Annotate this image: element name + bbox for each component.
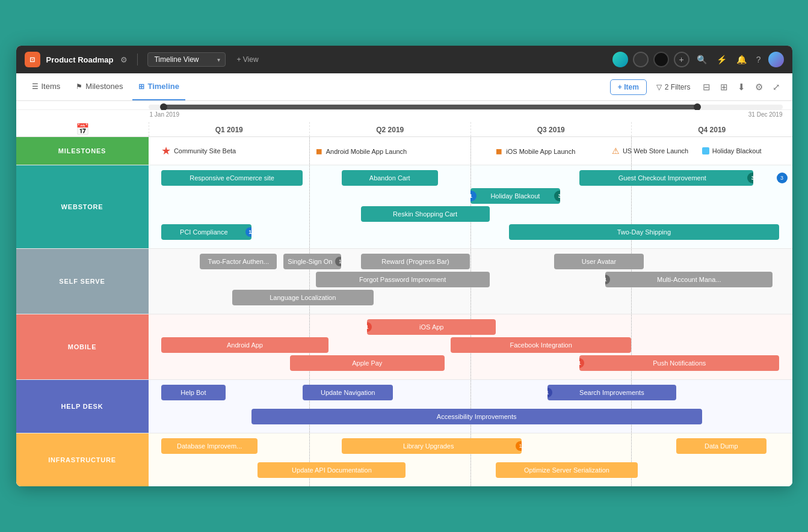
bar-push-notif[interactable]: 1 Push Notifications: [579, 355, 779, 371]
badge-holiday-right: 3: [554, 191, 560, 201]
bar-reskin-cart[interactable]: Reskin Shopping Cart: [361, 206, 490, 222]
avatar-1: [612, 52, 628, 67]
fullscreen-icon[interactable]: ⤢: [770, 79, 783, 95]
bar-data-dump[interactable]: Data Dump: [676, 438, 766, 454]
q3-header: Q3 2019: [470, 122, 632, 136]
avatar-3: [653, 52, 669, 67]
bar-holiday-blackout[interactable]: 1 Holiday Blackout 3: [470, 188, 561, 204]
bar-library-upgrades[interactable]: Library Upgrades 1: [342, 438, 522, 454]
badge-ios-left: 1: [367, 322, 372, 332]
bar-accessibility[interactable]: Accessibility Improvements: [251, 409, 702, 424]
milestone-webstore: ⚠ US Web Store Launch: [612, 146, 688, 156]
scroll-bar-thumb[interactable]: [161, 105, 700, 109]
bar-update-api[interactable]: Update API Documentation: [258, 462, 406, 478]
add-avatar-button[interactable]: +: [674, 52, 689, 67]
webstore-row: WEBSTORE Responsive eCommerce site Aband…: [16, 165, 792, 249]
diamond-icon-1: ◆: [313, 144, 326, 157]
avatar-2: [633, 52, 649, 67]
view-mode-label: Timeline View: [154, 55, 199, 64]
bar-two-day-shipping[interactable]: Two-Day Shipping: [509, 224, 779, 240]
bar-search-imp[interactable]: 1 Search Improvements: [547, 385, 676, 400]
bar-sso[interactable]: Single-Sign On 1: [283, 254, 341, 269]
q4-header: Q4 2019: [631, 122, 792, 136]
badge-guest-checkout: 3: [747, 173, 753, 183]
bar-two-factor[interactable]: Two-Factor Authen...: [200, 254, 277, 269]
webstore-label-text: WEBSTORE: [61, 203, 103, 210]
bar-pci-compliance[interactable]: PCI Compliance 1: [161, 224, 251, 240]
self-serve-label: SELF SERVE: [16, 249, 149, 314]
bar-help-bot[interactable]: Help Bot: [161, 385, 226, 400]
add-item-button[interactable]: + Item: [610, 79, 647, 95]
milestones-label: MILESTONES: [16, 137, 149, 165]
badge-pci: 1: [245, 227, 251, 237]
help-icon[interactable]: ?: [754, 52, 763, 67]
scroll-track-area: [16, 101, 792, 110]
gantt-body: MILESTONES ★ Community Site Beta ◆ Andro…: [16, 137, 792, 486]
items-icon: ☰: [32, 82, 39, 91]
tab-milestones-label: Milestones: [85, 82, 123, 91]
bar-apple-pay[interactable]: Apple Pay: [290, 355, 445, 371]
group-icon[interactable]: ⊟: [700, 79, 713, 95]
mobile-content: 1 iOS App Android App Facebook Integrati…: [149, 314, 792, 379]
scroll-bar-container[interactable]: [149, 105, 783, 109]
date-range-row: 1 Jan 2019 31 Dec 2019: [16, 110, 792, 122]
self-serve-content: Two-Factor Authen... Single-Sign On 1 Re…: [149, 249, 792, 314]
date-end-label: 31 Dec 2019: [748, 111, 783, 118]
bar-android-app[interactable]: Android App: [161, 337, 328, 353]
webstore-label: WEBSTORE: [16, 165, 149, 248]
main-window: ⊡ Product Roadmap ⚙ Timeline View ▾ + Vi…: [16, 46, 792, 486]
tab-items[interactable]: ☰ Items: [26, 73, 67, 100]
q1-divider: [309, 137, 310, 165]
infrastructure-content: Database Improvem... Library Upgrades 1 …: [149, 433, 792, 486]
milestone-label-4: Holiday Blackout: [712, 147, 762, 154]
notifications-icon[interactable]: 🔔: [734, 52, 749, 67]
bar-optimize-server[interactable]: Optimize Server Serialization: [496, 462, 637, 478]
date-start-label: 1 Jan 2019: [150, 111, 180, 118]
toolbar-right: + Item ▽ 2 Filters ⊟ ⊞ ⬇ ⚙ ⤢: [610, 79, 783, 95]
view-mode-dropdown[interactable]: Timeline View ▾: [147, 52, 226, 67]
bar-forgot-password[interactable]: Forgot Password Improvment: [316, 272, 490, 287]
bar-user-avatar[interactable]: User Avatar: [554, 254, 644, 269]
diamond-icon-2: ◆: [493, 144, 506, 157]
search-icon[interactable]: 🔍: [694, 52, 709, 67]
add-item-label: + Item: [618, 83, 639, 91]
bar-ios-app[interactable]: 1 iOS App: [367, 319, 496, 335]
badge-multi-account-left: 1: [605, 275, 610, 284]
settings-gear-icon[interactable]: ⚙: [120, 55, 128, 64]
self-serve-row: SELF SERVE Two-Factor Authen... Single-S…: [16, 249, 792, 314]
bar-guest-checkout[interactable]: Guest Checkout Improvement 3: [579, 170, 753, 186]
badge-q3-start: 3: [777, 173, 788, 183]
star-icon: ★: [161, 144, 171, 157]
q2-header: Q2 2019: [309, 122, 470, 136]
bar-reward[interactable]: Reward (Progress Bar): [361, 254, 470, 269]
infrastructure-label-text: INFRASTRUCTURE: [48, 456, 116, 463]
calendar-settings-icon[interactable]: 📅: [76, 123, 89, 136]
badge-push-left: 1: [579, 358, 584, 368]
bar-database[interactable]: Database Improvem...: [161, 438, 258, 454]
webstore-content: Responsive eCommerce site Abandon Cart G…: [149, 165, 792, 248]
user-avatar[interactable]: [768, 52, 784, 67]
filters-button[interactable]: ▽ 2 Filters: [652, 81, 695, 94]
settings-icon[interactable]: ⚙: [753, 79, 765, 95]
helpdesk-label-text: HELP DESK: [61, 403, 103, 410]
milestone-label-3: US Web Store Launch: [623, 147, 688, 154]
add-view-button[interactable]: + View: [232, 53, 263, 66]
activity-icon[interactable]: ⚡: [714, 52, 729, 67]
add-view-label: + View: [236, 55, 258, 64]
bar-update-nav[interactable]: Update Navigation: [303, 385, 393, 400]
export-icon[interactable]: ⬇: [735, 79, 748, 95]
inf-q1-divider: [309, 433, 310, 486]
tab-milestones[interactable]: ⚑ Milestones: [70, 73, 129, 100]
bar-abandon-cart[interactable]: Abandon Cart: [342, 170, 439, 186]
columns-icon[interactable]: ⊞: [718, 79, 730, 95]
tab-timeline[interactable]: ⊞ Timeline: [132, 73, 185, 100]
hd-q2-divider: [470, 380, 471, 433]
bar-responsive-ecommerce[interactable]: Responsive eCommerce site: [161, 170, 303, 186]
bar-multi-account[interactable]: 1 Multi-Account Mana...: [605, 272, 773, 287]
bar-language[interactable]: Language Localization: [232, 290, 374, 305]
mobile-row: MOBILE 1 iOS App Android App Facebook In…: [16, 314, 792, 380]
milestone-community-site: ★ Community Site Beta: [161, 144, 236, 157]
bar-facebook[interactable]: Facebook Integration: [451, 337, 631, 353]
milestones-row: MILESTONES ★ Community Site Beta ◆ Andro…: [16, 137, 792, 165]
infrastructure-label: INFRASTRUCTURE: [16, 433, 149, 486]
